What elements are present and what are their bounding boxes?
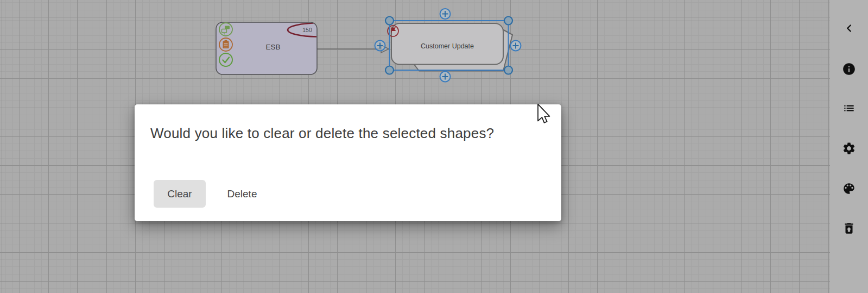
esb-shape-label: ESB [265, 43, 280, 51]
app-window: 150 ESB [0, 0, 868, 293]
capacity-badge-value: 150 [302, 27, 312, 33]
dialog-title: Would you like to clear or delete the se… [150, 125, 547, 142]
tool-sidebar [830, 0, 868, 293]
esb-shape[interactable]: 150 ESB [216, 22, 347, 74]
add-connection-button-right[interactable] [511, 41, 521, 51]
delete-button[interactable]: Delete [218, 180, 267, 208]
dialog-button-row: Clear Delete [154, 180, 267, 208]
info-icon[interactable] [842, 62, 856, 76]
palette-icon[interactable] [842, 182, 856, 196]
trash-restore-icon[interactable] [842, 221, 856, 235]
clear-button[interactable]: Clear [154, 180, 206, 208]
add-connection-button-bottom[interactable] [440, 72, 451, 82]
list-icon[interactable] [842, 101, 856, 115]
customer-update-label: Customer Update [421, 42, 474, 50]
settings-icon[interactable] [842, 141, 856, 155]
confirm-dialog: Would you like to clear or delete the se… [135, 104, 561, 221]
collapse-panel-icon[interactable] [843, 22, 855, 34]
customer-update-shape[interactable]: Customer Update [388, 23, 512, 71]
add-connection-button-left[interactable] [375, 41, 385, 51]
add-connection-button-top[interactable] [440, 9, 451, 19]
